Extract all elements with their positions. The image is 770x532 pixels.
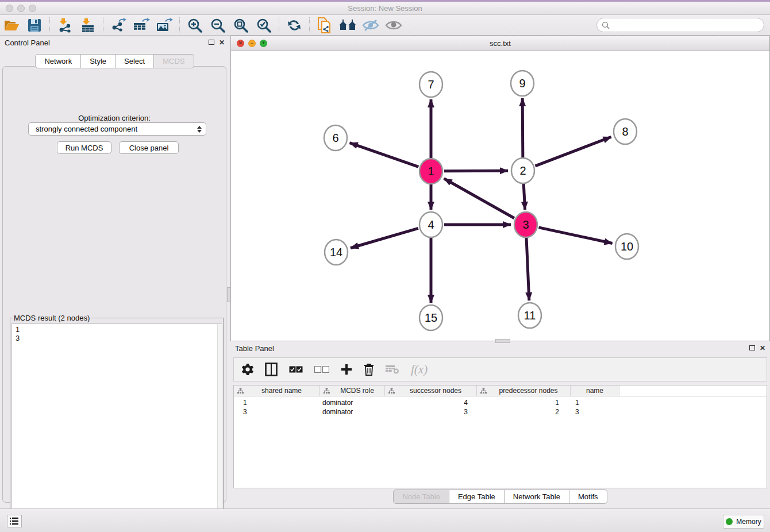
close-panel-icon[interactable]: ✕ xyxy=(219,39,225,46)
graph-node-7[interactable]: 7 xyxy=(419,72,442,97)
column-header-MCDS-role[interactable]: MCDS role xyxy=(320,385,385,396)
optimization-criterion-select[interactable]: strongly connected component xyxy=(28,122,206,136)
edge-3-11[interactable] xyxy=(526,238,529,300)
graph-node-3[interactable]: 3 xyxy=(514,212,537,237)
task-history-button[interactable] xyxy=(7,515,22,527)
result-scrollbar[interactable] xyxy=(217,324,222,526)
table-row[interactable]: 3dominator323 xyxy=(234,407,767,417)
export-table-icon xyxy=(133,18,150,33)
export-table-button[interactable] xyxy=(130,16,153,34)
column-header-successor-nodes[interactable]: successor nodes xyxy=(385,385,477,396)
network-canvas[interactable]: 7968124314101511 xyxy=(231,51,769,341)
horizontal-splitter[interactable] xyxy=(495,339,510,343)
tab-select[interactable]: Select xyxy=(116,54,154,68)
deselect-all-icon[interactable] xyxy=(314,361,329,378)
open-session-button[interactable] xyxy=(0,16,23,34)
mcds-result-text[interactable]: 1 3 xyxy=(11,323,222,527)
add-icon[interactable] xyxy=(341,361,352,378)
column-header-predecessor-nodes[interactable]: predecessor nodes xyxy=(477,385,571,396)
graph-node-15[interactable]: 15 xyxy=(419,305,442,330)
edge-1-6[interactable] xyxy=(350,143,419,167)
import-table-button[interactable] xyxy=(76,16,99,34)
network-graph[interactable]: 7968124314101511 xyxy=(231,51,769,341)
edge-2-9[interactable] xyxy=(522,98,523,157)
save-session-button[interactable] xyxy=(23,16,46,34)
edge-1-2[interactable] xyxy=(444,171,508,171)
first-neighbors-button[interactable] xyxy=(336,16,359,34)
graph-node-14[interactable]: 14 xyxy=(325,240,348,265)
mcds-result-fieldset: MCDS result (2 nodes) 1 3 xyxy=(10,314,224,531)
float-table-panel-icon[interactable] xyxy=(749,345,755,352)
svg-text:6: 6 xyxy=(332,132,338,144)
new-network-from-selection-icon xyxy=(317,17,332,33)
column-header-name[interactable]: name xyxy=(571,385,619,396)
tab-network[interactable]: Network xyxy=(35,54,81,68)
graph-node-9[interactable]: 9 xyxy=(511,71,534,96)
export-image-button[interactable] xyxy=(153,16,176,34)
close-panel-button[interactable]: Close panel xyxy=(119,141,179,154)
toolbar-separator xyxy=(49,17,50,33)
svg-text:11: 11 xyxy=(524,309,536,322)
graph-node-6[interactable]: 6 xyxy=(324,125,347,151)
graph-node-1[interactable]: 1 xyxy=(419,159,442,184)
edge-2-3[interactable] xyxy=(523,184,525,210)
export-network-button[interactable] xyxy=(107,16,130,34)
window-title: Session: New Session xyxy=(0,4,770,13)
optimization-criterion-value: strongly connected component xyxy=(36,125,137,133)
zoom-selected-button[interactable] xyxy=(252,16,275,34)
trash-icon[interactable] xyxy=(364,361,374,378)
toolbar-separator xyxy=(309,17,310,33)
open-session-icon xyxy=(4,19,20,32)
table-cell: 2 xyxy=(477,408,571,416)
show-all-icon xyxy=(385,20,402,31)
toolbar-separator xyxy=(279,17,279,33)
tab-style[interactable]: Style xyxy=(81,54,116,68)
graph-node-2[interactable]: 2 xyxy=(511,158,534,183)
new-network-from-selection-button[interactable] xyxy=(313,16,336,34)
graph-node-4[interactable]: 4 xyxy=(419,212,442,237)
show-all-button[interactable] xyxy=(382,16,405,34)
zoom-selected-icon xyxy=(256,18,271,33)
tab-network-table[interactable]: Network Table xyxy=(505,489,569,504)
table-rows: 1dominator4113dominator323 xyxy=(234,396,767,417)
hide-selected-icon xyxy=(362,19,379,32)
tab-node-table[interactable]: Node Table xyxy=(393,489,449,504)
search-input[interactable] xyxy=(610,20,764,31)
memory-button[interactable]: Memory xyxy=(723,515,764,529)
refresh-button[interactable] xyxy=(283,16,306,34)
edge-3-10[interactable] xyxy=(538,228,612,244)
gear-icon[interactable] xyxy=(242,361,253,378)
select-all-icon[interactable] xyxy=(289,361,303,378)
zoom-in-button[interactable] xyxy=(183,16,206,34)
node-table[interactable]: shared nameMCDS rolesuccessor nodesprede… xyxy=(233,385,767,488)
graph-node-11[interactable]: 11 xyxy=(518,303,541,328)
mcds-panel: Optimization criterion: strongly connect… xyxy=(2,66,226,503)
edge-2-8[interactable] xyxy=(535,137,611,166)
float-panel-icon[interactable] xyxy=(209,39,214,46)
graph-node-8[interactable]: 8 xyxy=(614,119,637,144)
edge-3-1[interactable] xyxy=(444,179,514,218)
network-window-titlebar[interactable]: ✕ − + scc.txt xyxy=(231,36,769,51)
zoom-out-button[interactable] xyxy=(206,16,229,34)
import-table-icon xyxy=(80,18,96,33)
close-table-panel-icon[interactable]: ✕ xyxy=(760,345,765,352)
hierarchy-icon xyxy=(480,388,487,394)
zoom-fit-button[interactable] xyxy=(229,16,252,34)
graph-node-10[interactable]: 10 xyxy=(615,234,638,259)
import-network-button[interactable] xyxy=(53,16,76,34)
column-header-shared-name[interactable]: shared name xyxy=(234,385,320,396)
svg-text:1: 1 xyxy=(428,165,434,178)
table-panel-title: Table Panel xyxy=(235,344,274,353)
search-box[interactable] xyxy=(596,18,764,32)
hide-selected-button[interactable] xyxy=(359,16,382,34)
tab-edge-table[interactable]: Edge Table xyxy=(449,489,505,504)
tab-motifs[interactable]: Motifs xyxy=(569,489,607,504)
table-row[interactable]: 1dominator411 xyxy=(234,398,767,407)
table-cell: 4 xyxy=(385,399,477,407)
columns-icon[interactable] xyxy=(265,361,278,378)
edge-4-14[interactable] xyxy=(351,228,418,248)
search-icon xyxy=(602,21,610,29)
run-mcds-button[interactable]: Run MCDS xyxy=(57,141,111,154)
tab-mcds[interactable]: MCDS xyxy=(154,54,194,68)
export-network-icon xyxy=(110,18,126,33)
